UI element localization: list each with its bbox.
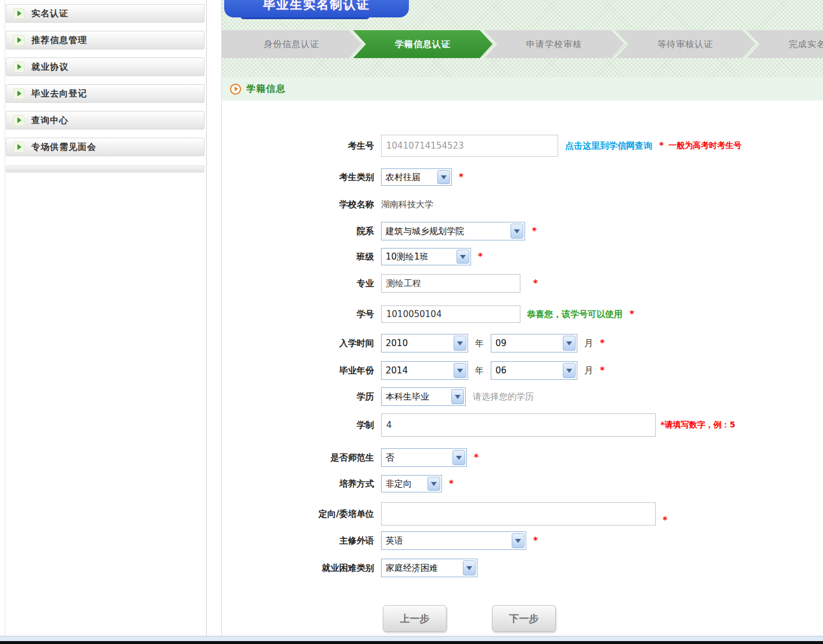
student-no-success: 恭喜您，该学号可以使用: [527, 309, 623, 320]
chevron-down-icon[interactable]: [437, 170, 450, 184]
candidate-type-select[interactable]: 农村往届: [381, 168, 452, 186]
foreign-language-value: 英语: [386, 535, 403, 546]
training-mode-label: 培养方式: [222, 478, 381, 490]
previous-step-button[interactable]: 上一步: [383, 605, 447, 632]
sidebar-item-job-fair[interactable]: 专场供需见面会: [6, 138, 204, 156]
class-label: 班级: [222, 251, 381, 262]
sidebar-item-label: 就业协议: [31, 62, 69, 73]
row-class: 班级 10测绘1班 *: [222, 248, 823, 265]
graduate-year-select[interactable]: 2014: [381, 361, 468, 380]
chevron-down-icon[interactable]: [454, 363, 466, 378]
page-title: 毕业生实名制认证: [263, 0, 370, 13]
required-asterisk: *: [459, 172, 463, 182]
enroll-year-select[interactable]: 2010: [381, 334, 468, 352]
row-candidate-type: 考生类别 农村往届 *: [222, 168, 823, 186]
next-step-button[interactable]: 下一步: [492, 605, 556, 632]
sidebar: 实名认证 推荐信息管理 就业协议 毕业去向登记 查询中心 专场供需见面会: [6, 0, 204, 172]
sidebar-item-employment-agreement[interactable]: 就业协议: [6, 57, 204, 76]
enroll-date-label: 入学时间: [222, 338, 381, 349]
play-icon: [13, 142, 24, 153]
chevron-down-icon[interactable]: [457, 250, 469, 264]
chevron-down-icon[interactable]: [452, 450, 465, 465]
department-value: 建筑与城乡规划学院: [386, 226, 464, 237]
school-name-value: 湖南科技大学: [381, 199, 433, 210]
chevron-down-icon[interactable]: [563, 336, 576, 351]
graduate-year-value: 2014: [386, 365, 408, 376]
play-icon: [13, 8, 24, 19]
enroll-month-select[interactable]: 09: [491, 334, 577, 352]
directed-unit-label: 定向/委培单位: [222, 509, 381, 520]
training-mode-value: 非定向: [386, 478, 412, 490]
wizard-buttons: 上一步 下一步: [383, 605, 556, 632]
play-icon: [13, 35, 24, 46]
row-enroll-date: 入学时间 2010 年 09 月 *: [222, 334, 823, 352]
chevron-down-icon[interactable]: [454, 336, 466, 351]
required-asterisk: *: [663, 515, 667, 526]
major-input[interactable]: [381, 274, 520, 293]
training-mode-select[interactable]: 非定向: [381, 475, 442, 492]
month-unit: 月: [584, 338, 593, 349]
step-wait-review: 等待审核认证: [616, 30, 755, 58]
chevron-down-icon[interactable]: [427, 477, 440, 491]
class-select[interactable]: 10测绘1班: [381, 248, 471, 265]
major-label: 专业: [222, 278, 381, 289]
step-complete-auth: 完成实名认证: [747, 30, 823, 58]
row-student-no: 学号 恭喜您，该学号可以使用 *: [222, 305, 823, 323]
sidebar-footer-bar: [6, 166, 204, 172]
app-screen: 实名认证 推荐信息管理 就业协议 毕业去向登记 查询中心 专场供需见面会 毕业生…: [0, 0, 823, 644]
sidebar-item-graduation-destination[interactable]: 毕业去向登记: [6, 84, 204, 103]
graduate-date-label: 毕业年份: [222, 365, 381, 376]
step-apply-school-review: 申请学校审核: [484, 30, 624, 58]
graduate-month-select[interactable]: 06: [491, 361, 577, 380]
candidate-no-label: 考生号: [222, 141, 381, 152]
normal-student-select[interactable]: 否: [381, 448, 467, 467]
student-status-form: 考生号 点击这里到学信网查询 * 一般为高考时考生号 考生类别 农村往届 * 学…: [222, 100, 823, 636]
chevron-down-icon[interactable]: [512, 533, 524, 548]
chevron-down-icon[interactable]: [563, 363, 576, 378]
chevron-down-icon[interactable]: [463, 560, 476, 575]
main-panel: 毕业生实名制认证 身份信息认证 学籍信息认证 申请学校审核 等待审核认证 完成实…: [221, 0, 823, 636]
row-candidate-no: 考生号 点击这里到学信网查询 * 一般为高考时考生号: [222, 135, 823, 157]
normal-student-value: 否: [386, 452, 394, 463]
row-education: 学历 本科生毕业 请选择您的学历: [222, 387, 823, 406]
row-normal-student: 是否师范生 否 *: [222, 448, 823, 467]
education-label: 学历: [222, 391, 381, 402]
month-unit: 月: [584, 365, 593, 376]
chevron-down-icon[interactable]: [451, 389, 464, 404]
education-select[interactable]: 本科生毕业: [381, 387, 466, 406]
difficulty-type-value: 家庭经济困难: [386, 563, 438, 574]
required-asterisk: *: [659, 141, 664, 151]
sidebar-item-label: 专场供需见面会: [31, 142, 96, 153]
year-unit: 年: [475, 338, 484, 349]
duration-label: 学制: [222, 420, 381, 431]
class-value: 10测绘1班: [386, 251, 429, 262]
sidebar-item-label: 实名认证: [31, 8, 69, 19]
candidate-no-input[interactable]: [381, 135, 558, 157]
enroll-year-value: 2010: [386, 338, 408, 348]
department-select[interactable]: 建筑与城乡规划学院: [381, 222, 525, 240]
duration-note: *请填写数字，例：5: [660, 420, 735, 430]
required-asterisk: *: [532, 226, 537, 236]
sidebar-item-recommend-info[interactable]: 推荐信息管理: [6, 31, 204, 49]
foreign-language-label: 主修外语: [222, 535, 381, 546]
duration-input[interactable]: [381, 413, 656, 437]
row-foreign-language: 主修外语 英语 *: [222, 531, 823, 550]
required-asterisk: *: [533, 535, 538, 546]
row-department: 院系 建筑与城乡规划学院 *: [222, 222, 823, 240]
student-no-input[interactable]: [381, 305, 520, 323]
step-identity-auth: 身份信息认证: [222, 30, 361, 58]
year-unit: 年: [475, 365, 484, 376]
normal-student-label: 是否师范生: [222, 452, 381, 463]
directed-unit-input[interactable]: [381, 502, 656, 526]
row-duration: 学制 *请填写数字，例：5: [222, 413, 823, 437]
chsi-lookup-link[interactable]: 点击这里到学信网查询: [565, 141, 652, 152]
foreign-language-select[interactable]: 英语: [381, 531, 526, 550]
difficulty-type-select[interactable]: 家庭经济困难: [381, 559, 477, 577]
sidebar-item-label: 查询中心: [31, 115, 69, 126]
sidebar-item-realname-auth[interactable]: 实名认证: [6, 4, 204, 23]
page-title-tab[interactable]: 毕业生实名制认证: [224, 0, 409, 17]
required-asterisk: *: [474, 452, 479, 463]
chevron-down-icon[interactable]: [511, 224, 523, 239]
required-asterisk: *: [533, 278, 538, 289]
sidebar-item-query-center[interactable]: 查询中心: [6, 111, 204, 129]
